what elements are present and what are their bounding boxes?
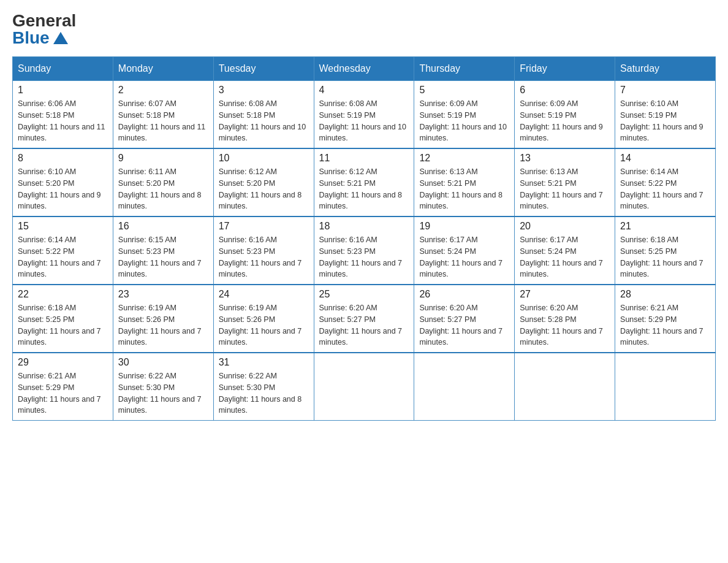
calendar-day-cell: 5 Sunrise: 6:09 AMSunset: 5:19 PMDayligh… xyxy=(414,81,515,149)
weekday-header-thursday: Thursday xyxy=(414,57,515,81)
calendar-week-row: 8 Sunrise: 6:10 AMSunset: 5:20 PMDayligh… xyxy=(13,148,716,216)
logo: General Blue xyxy=(12,12,76,47)
day-number: 5 xyxy=(419,85,509,96)
calendar-day-cell: 28 Sunrise: 6:21 AMSunset: 5:29 PMDaylig… xyxy=(615,285,716,353)
calendar-day-cell: 24 Sunrise: 6:19 AMSunset: 5:26 PMDaylig… xyxy=(213,285,314,353)
day-info: Sunrise: 6:08 AMSunset: 5:18 PMDaylight:… xyxy=(219,98,309,144)
day-number: 26 xyxy=(419,289,509,300)
day-number: 17 xyxy=(219,221,309,232)
weekday-header-saturday: Saturday xyxy=(615,57,716,81)
day-number: 11 xyxy=(319,153,409,164)
day-number: 12 xyxy=(419,153,509,164)
day-info: Sunrise: 6:18 AMSunset: 5:25 PMDaylight:… xyxy=(620,234,710,280)
day-number: 7 xyxy=(620,85,710,96)
day-number: 4 xyxy=(319,85,409,96)
day-info: Sunrise: 6:17 AMSunset: 5:24 PMDaylight:… xyxy=(419,234,509,280)
weekday-header-tuesday: Tuesday xyxy=(213,57,314,81)
calendar-table: SundayMondayTuesdayWednesdayThursdayFrid… xyxy=(12,56,716,421)
day-info: Sunrise: 6:17 AMSunset: 5:24 PMDaylight:… xyxy=(520,234,610,280)
calendar-week-row: 29 Sunrise: 6:21 AMSunset: 5:29 PMDaylig… xyxy=(13,353,716,421)
calendar-day-cell: 19 Sunrise: 6:17 AMSunset: 5:24 PMDaylig… xyxy=(414,216,515,285)
day-info: Sunrise: 6:16 AMSunset: 5:23 PMDaylight:… xyxy=(219,234,309,280)
calendar-week-row: 15 Sunrise: 6:14 AMSunset: 5:22 PMDaylig… xyxy=(13,216,716,285)
day-number: 30 xyxy=(118,357,208,368)
calendar-day-cell: 23 Sunrise: 6:19 AMSunset: 5:26 PMDaylig… xyxy=(113,285,213,353)
logo-general-text: General xyxy=(12,12,76,29)
day-number: 28 xyxy=(620,289,710,300)
calendar-day-cell xyxy=(314,353,414,421)
day-info: Sunrise: 6:13 AMSunset: 5:21 PMDaylight:… xyxy=(419,166,509,212)
day-number: 9 xyxy=(118,153,208,164)
day-number: 20 xyxy=(520,221,610,232)
day-info: Sunrise: 6:09 AMSunset: 5:19 PMDaylight:… xyxy=(419,98,509,144)
day-number: 16 xyxy=(118,221,208,232)
calendar-day-cell: 26 Sunrise: 6:20 AMSunset: 5:27 PMDaylig… xyxy=(414,285,515,353)
weekday-header-wednesday: Wednesday xyxy=(314,57,414,81)
day-info: Sunrise: 6:11 AMSunset: 5:20 PMDaylight:… xyxy=(118,166,208,212)
calendar-day-cell: 16 Sunrise: 6:15 AMSunset: 5:23 PMDaylig… xyxy=(113,216,213,285)
calendar-day-cell: 10 Sunrise: 6:12 AMSunset: 5:20 PMDaylig… xyxy=(213,148,314,216)
calendar-day-cell: 4 Sunrise: 6:08 AMSunset: 5:19 PMDayligh… xyxy=(314,81,414,149)
day-info: Sunrise: 6:12 AMSunset: 5:21 PMDaylight:… xyxy=(319,166,409,212)
day-number: 18 xyxy=(319,221,409,232)
calendar-day-cell xyxy=(414,353,515,421)
calendar-day-cell: 22 Sunrise: 6:18 AMSunset: 5:25 PMDaylig… xyxy=(13,285,113,353)
day-number: 8 xyxy=(18,153,108,164)
calendar-day-cell: 25 Sunrise: 6:20 AMSunset: 5:27 PMDaylig… xyxy=(314,285,414,353)
day-number: 3 xyxy=(219,85,309,96)
calendar-day-cell: 20 Sunrise: 6:17 AMSunset: 5:24 PMDaylig… xyxy=(515,216,615,285)
page-header: General Blue xyxy=(12,12,716,47)
calendar-day-cell: 12 Sunrise: 6:13 AMSunset: 5:21 PMDaylig… xyxy=(414,148,515,216)
day-number: 13 xyxy=(520,153,610,164)
calendar-day-cell: 31 Sunrise: 6:22 AMSunset: 5:30 PMDaylig… xyxy=(213,353,314,421)
day-number: 27 xyxy=(520,289,610,300)
calendar-day-cell: 13 Sunrise: 6:13 AMSunset: 5:21 PMDaylig… xyxy=(515,148,615,216)
calendar-day-cell: 3 Sunrise: 6:08 AMSunset: 5:18 PMDayligh… xyxy=(213,81,314,149)
calendar-day-cell: 17 Sunrise: 6:16 AMSunset: 5:23 PMDaylig… xyxy=(213,216,314,285)
day-info: Sunrise: 6:19 AMSunset: 5:26 PMDaylight:… xyxy=(219,302,309,348)
day-info: Sunrise: 6:14 AMSunset: 5:22 PMDaylight:… xyxy=(18,234,108,280)
day-info: Sunrise: 6:15 AMSunset: 5:23 PMDaylight:… xyxy=(118,234,208,280)
calendar-day-cell: 30 Sunrise: 6:22 AMSunset: 5:30 PMDaylig… xyxy=(113,353,213,421)
day-number: 2 xyxy=(118,85,208,96)
calendar-day-cell xyxy=(515,353,615,421)
day-number: 29 xyxy=(18,357,108,368)
weekday-header-friday: Friday xyxy=(515,57,615,81)
day-info: Sunrise: 6:13 AMSunset: 5:21 PMDaylight:… xyxy=(520,166,610,212)
day-number: 19 xyxy=(419,221,509,232)
day-info: Sunrise: 6:19 AMSunset: 5:26 PMDaylight:… xyxy=(118,302,208,348)
day-number: 21 xyxy=(620,221,710,232)
day-info: Sunrise: 6:20 AMSunset: 5:28 PMDaylight:… xyxy=(520,302,610,348)
day-number: 15 xyxy=(18,221,108,232)
day-info: Sunrise: 6:20 AMSunset: 5:27 PMDaylight:… xyxy=(419,302,509,348)
day-info: Sunrise: 6:10 AMSunset: 5:20 PMDaylight:… xyxy=(18,166,108,212)
calendar-day-cell xyxy=(615,353,716,421)
day-info: Sunrise: 6:21 AMSunset: 5:29 PMDaylight:… xyxy=(620,302,710,348)
calendar-body: 1 Sunrise: 6:06 AMSunset: 5:18 PMDayligh… xyxy=(13,81,716,421)
calendar-day-cell: 8 Sunrise: 6:10 AMSunset: 5:20 PMDayligh… xyxy=(13,148,113,216)
calendar-day-cell: 2 Sunrise: 6:07 AMSunset: 5:18 PMDayligh… xyxy=(113,81,213,149)
day-number: 25 xyxy=(319,289,409,300)
day-number: 23 xyxy=(118,289,208,300)
day-number: 6 xyxy=(520,85,610,96)
logo-blue-text: Blue xyxy=(12,29,68,47)
calendar-day-cell: 21 Sunrise: 6:18 AMSunset: 5:25 PMDaylig… xyxy=(615,216,716,285)
calendar-week-row: 22 Sunrise: 6:18 AMSunset: 5:25 PMDaylig… xyxy=(13,285,716,353)
calendar-header: SundayMondayTuesdayWednesdayThursdayFrid… xyxy=(13,57,716,81)
day-info: Sunrise: 6:09 AMSunset: 5:19 PMDaylight:… xyxy=(520,98,610,144)
day-info: Sunrise: 6:08 AMSunset: 5:19 PMDaylight:… xyxy=(319,98,409,144)
weekday-header-row: SundayMondayTuesdayWednesdayThursdayFrid… xyxy=(13,57,716,81)
logo-triangle-icon xyxy=(53,32,68,44)
calendar-day-cell: 6 Sunrise: 6:09 AMSunset: 5:19 PMDayligh… xyxy=(515,81,615,149)
day-info: Sunrise: 6:22 AMSunset: 5:30 PMDaylight:… xyxy=(219,370,309,416)
day-info: Sunrise: 6:18 AMSunset: 5:25 PMDaylight:… xyxy=(18,302,108,348)
day-info: Sunrise: 6:12 AMSunset: 5:20 PMDaylight:… xyxy=(219,166,309,212)
calendar-day-cell: 18 Sunrise: 6:16 AMSunset: 5:23 PMDaylig… xyxy=(314,216,414,285)
day-number: 22 xyxy=(18,289,108,300)
calendar-week-row: 1 Sunrise: 6:06 AMSunset: 5:18 PMDayligh… xyxy=(13,81,716,149)
calendar-day-cell: 1 Sunrise: 6:06 AMSunset: 5:18 PMDayligh… xyxy=(13,81,113,149)
calendar-day-cell: 9 Sunrise: 6:11 AMSunset: 5:20 PMDayligh… xyxy=(113,148,213,216)
weekday-header-sunday: Sunday xyxy=(13,57,113,81)
day-number: 24 xyxy=(219,289,309,300)
day-info: Sunrise: 6:07 AMSunset: 5:18 PMDaylight:… xyxy=(118,98,208,144)
